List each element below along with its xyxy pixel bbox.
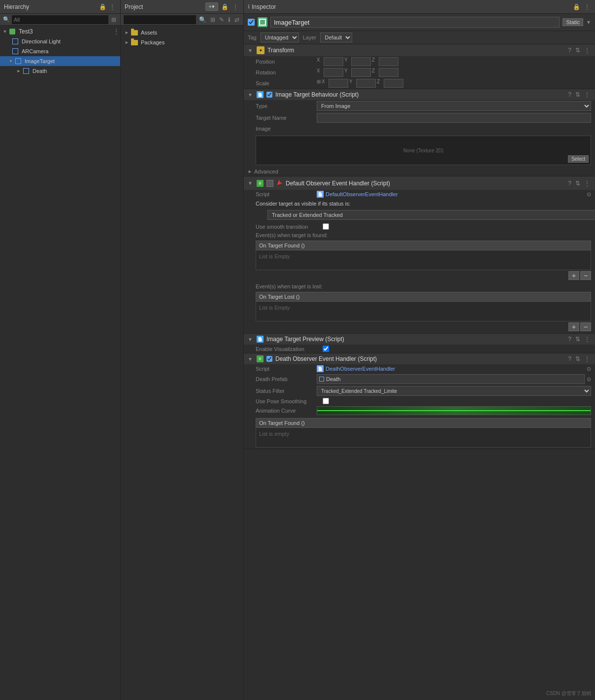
hierarchy-menu-btn[interactable]: ⋮ [108,3,116,10]
project-filter-btn4[interactable]: ⇄ [233,16,240,23]
project-menu-btn[interactable]: ⋮ [231,2,239,11]
itb-menu-btn[interactable]: ⋮ [583,91,591,98]
pos-y-input[interactable]: 0 [351,57,371,66]
doeh-active-checkbox[interactable] [266,356,272,362]
project-lock-btn[interactable]: 🔒 [220,2,230,11]
found-event-remove-btn[interactable]: − [580,271,591,280]
pose-smoothing-label: Use Pose Smoothing [256,398,320,404]
lost-event-header-text: On Target Lost () [259,294,299,300]
scene-root-item[interactable]: ▼ Test3 ⋮ [0,27,120,36]
itb-active-checkbox[interactable] [266,92,272,98]
target-name-label: Target Name [256,115,315,121]
animation-curve-bar[interactable] [317,406,591,415]
found-events-label: Event(s) when target is found: [244,231,595,240]
death-observer-header[interactable]: ▼ # Death Observer Event Handler (Script… [244,353,595,364]
project-search-btn[interactable]: 🔍 [198,16,207,23]
scene-menu-btn[interactable]: ⋮ [112,28,120,35]
lost-event-remove-btn[interactable]: − [580,322,591,331]
inspector-header-actions: 🔒 ⋮ [572,3,591,10]
tag-select[interactable]: Untagged [261,33,299,42]
advanced-arrow: ► [248,169,252,174]
static-dropdown-btn[interactable]: ▾ [586,19,591,26]
doeh-collapse-icon: ▼ [248,356,254,362]
inspector-lock-btn[interactable]: 🔒 [572,3,581,10]
doeh-settings-btn[interactable]: ⇅ [574,355,581,362]
doe-menu-btn[interactable]: ⋮ [583,180,591,187]
image-select-btn[interactable]: Select [568,155,589,163]
scale-label: Scale [256,80,315,86]
tree-item-imagetarget[interactable]: ▼ ImageTarget ➤ [0,56,120,66]
smooth-checkbox[interactable] [323,223,329,230]
itp-actions: ? ⇅ ⋮ [567,336,591,343]
transform-settings-btn[interactable]: ⇅ [574,47,581,54]
project-filter-btn1[interactable]: ⊞ [209,16,216,23]
doeh-help-btn[interactable]: ? [567,355,572,362]
layer-select[interactable]: Default [320,33,352,42]
folder-item-assets[interactable]: ► Assets [123,28,241,37]
death-prefab-label: Death Prefab [256,376,315,382]
hierarchy-search-filter-btn[interactable]: ⊞ [110,16,117,23]
gameobject-name-input[interactable] [270,17,560,28]
none-texture-label: None (Texture 2D) [403,148,444,153]
doeh-menu-btn[interactable]: ⋮ [583,355,591,362]
itb-settings-btn[interactable]: ⇅ [574,91,581,98]
pos-z-input[interactable]: 0 [379,57,398,66]
type-label: Type [256,103,315,109]
project-add-btn[interactable]: +▾ [205,2,218,11]
doe-script-target-btn[interactable]: ⊙ [587,191,591,198]
enable-viz-label: Enable Visualization [256,346,320,352]
hierarchy-search-input[interactable] [12,15,108,24]
enable-viz-checkbox[interactable] [323,346,329,352]
scale-z-input[interactable]: 1 [384,79,403,88]
itp-settings-btn[interactable]: ⇅ [574,336,581,343]
tree-item-directional-light[interactable]: Directional Light [0,36,120,46]
advanced-row[interactable]: ► Advanced [244,167,595,176]
type-select[interactable]: From Image [317,101,591,111]
rot-y-input[interactable]: 0 [351,68,371,77]
scale-y-input[interactable]: 1 [356,79,376,88]
scale-x-input[interactable]: 1 [329,79,348,88]
hierarchy-lock-btn[interactable]: 🔒 [98,3,107,10]
advanced-label: Advanced [254,169,278,175]
project-filter-btn2[interactable]: ✎ [218,16,225,23]
arcamera-label: ARCamera [22,48,48,54]
tree-item-death[interactable]: ► Death [0,66,120,76]
default-observer-header[interactable]: ▼ # ➤ Default Observer Event Handler (Sc… [244,176,595,190]
rot-z-input[interactable]: 0 [379,68,398,77]
itp-help-btn[interactable]: ? [567,336,572,343]
smooth-label: Use smooth transition [256,224,320,230]
project-filter-btn3[interactable]: ℹ [227,16,231,23]
target-name-input[interactable] [317,113,591,123]
death-icon [23,68,30,74]
project-search-input[interactable] [124,15,196,24]
status-filter-select[interactable]: Tracked_Extended Tracked_Limite [317,386,591,396]
hierarchy-search-bar: 🔍 ⊞ [0,14,120,26]
itb-help-btn[interactable]: ? [567,91,572,98]
itp-menu-btn[interactable]: ⋮ [583,336,591,343]
folder-item-packages[interactable]: ► Packages [123,37,241,47]
doe-settings-btn[interactable]: ⇅ [574,180,581,187]
tree-item-arcamera[interactable]: ARCamera [0,46,120,56]
gameobject-active-checkbox[interactable] [248,19,255,26]
transform-header[interactable]: ▼ ✦ Transform ? ⇅ ⋮ [244,44,595,56]
inspector-menu-btn[interactable]: ⋮ [583,3,591,10]
death-prefab-target-btn[interactable]: ⊙ [587,376,591,383]
found-event-add-btn[interactable]: + [568,271,579,280]
image-target-behaviour-header[interactable]: ▼ 📄 Image Target Behaviour (Script) ? ⇅ … [244,89,595,100]
lost-event-add-btn[interactable]: + [568,322,579,331]
tracked-select[interactable]: Tracked or Extended Tracked [267,210,595,220]
death-found-event-header-text: On Target Found () [259,420,305,426]
static-button[interactable]: Static [562,18,583,26]
transform-menu-btn[interactable]: ⋮ [583,47,591,54]
pose-smoothing-checkbox[interactable] [323,398,329,404]
pos-x-input[interactable]: 0 [324,57,343,66]
doeh-script-file-icon: 📄 [317,365,324,372]
doeh-script-target-btn[interactable]: ⊙ [587,366,591,372]
itp-header[interactable]: ▼ 📄 Image Target Preview (Script) ? ⇅ ⋮ [244,334,595,345]
transform-help-btn[interactable]: ? [567,47,572,54]
doe-actions: ? ⇅ ⋮ [567,180,591,187]
death-prefab-row: Death Prefab Death ⊙ [244,373,595,385]
rot-x-input[interactable]: 0 [324,68,343,77]
doe-help-btn[interactable]: ? [567,180,572,187]
lost-event-header-box: On Target Lost () [256,292,591,302]
